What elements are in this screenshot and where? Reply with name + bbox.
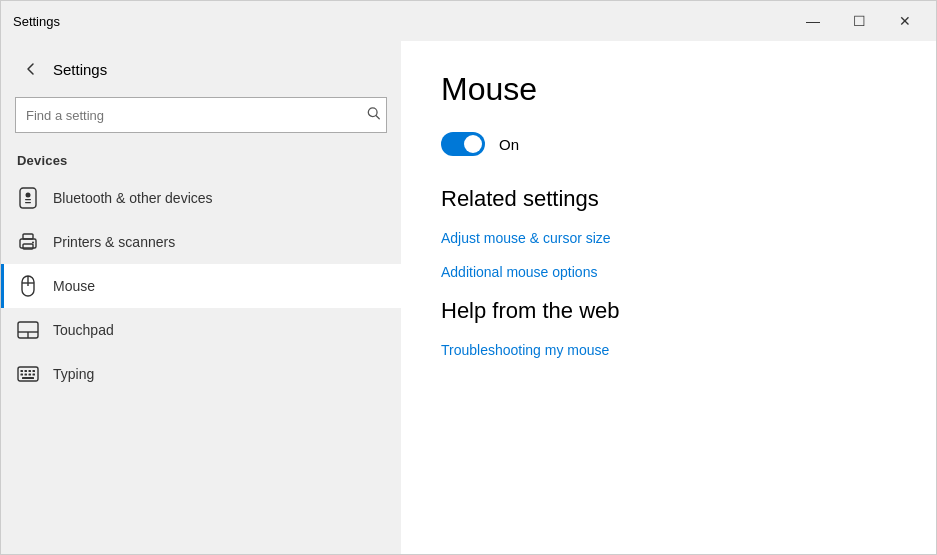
- printers-label: Printers & scanners: [53, 234, 175, 250]
- title-bar-left: Settings: [13, 14, 60, 29]
- related-settings-heading: Related settings: [441, 186, 896, 212]
- svg-point-3: [26, 193, 31, 198]
- svg-rect-2: [20, 188, 36, 208]
- page-title: Mouse: [441, 71, 896, 108]
- svg-rect-17: [25, 370, 28, 372]
- printer-icon: [17, 231, 39, 253]
- svg-rect-19: [33, 370, 36, 372]
- keyboard-icon: [17, 363, 39, 385]
- maximize-button[interactable]: ☐: [836, 5, 882, 37]
- svg-rect-16: [21, 370, 24, 372]
- minimize-button[interactable]: —: [790, 5, 836, 37]
- troubleshoot-link[interactable]: Troubleshooting my mouse: [441, 342, 896, 358]
- touchpad-icon: [17, 319, 39, 341]
- sidebar-item-mouse[interactable]: Mouse: [1, 264, 401, 308]
- svg-rect-4: [25, 199, 31, 200]
- svg-rect-18: [29, 370, 32, 372]
- sidebar: Settings Devices: [1, 41, 401, 554]
- app-title: Settings: [13, 14, 60, 29]
- svg-rect-21: [25, 374, 28, 376]
- sidebar-item-typing[interactable]: Typing: [1, 352, 401, 396]
- settings-window: Settings — ☐ ✕ Settings: [0, 0, 937, 555]
- main-area: Settings Devices: [1, 41, 936, 554]
- mouse-icon: [17, 275, 39, 297]
- sidebar-item-bluetooth[interactable]: Bluetooth & other devices: [1, 176, 401, 220]
- mouse-label: Mouse: [53, 278, 95, 294]
- toggle-knob: [464, 135, 482, 153]
- svg-rect-5: [25, 202, 31, 203]
- search-icon: [367, 107, 381, 121]
- sidebar-top: Settings: [1, 41, 401, 93]
- touchpad-label: Touchpad: [53, 322, 114, 338]
- svg-rect-20: [21, 374, 24, 376]
- svg-line-1: [376, 116, 379, 119]
- help-from-web-heading: Help from the web: [441, 298, 896, 324]
- close-button[interactable]: ✕: [882, 5, 928, 37]
- search-container: [15, 97, 387, 133]
- toggle-label: On: [499, 136, 519, 153]
- bluetooth-icon: [17, 187, 39, 209]
- svg-rect-23: [33, 374, 36, 376]
- svg-rect-24: [22, 377, 34, 379]
- mouse-toggle[interactable]: [441, 132, 485, 156]
- title-bar: Settings — ☐ ✕: [1, 1, 936, 41]
- search-button[interactable]: [367, 107, 381, 124]
- additional-options-link[interactable]: Additional mouse options: [441, 264, 896, 280]
- svg-point-9: [32, 242, 34, 244]
- section-label: Devices: [1, 145, 401, 176]
- svg-rect-7: [23, 234, 33, 239]
- adjust-cursor-link[interactable]: Adjust mouse & cursor size: [441, 230, 896, 246]
- search-input[interactable]: [15, 97, 387, 133]
- typing-label: Typing: [53, 366, 94, 382]
- title-bar-controls: — ☐ ✕: [790, 5, 928, 37]
- bluetooth-label: Bluetooth & other devices: [53, 190, 213, 206]
- content-area: Mouse On Related settings Adjust mouse &…: [401, 41, 936, 554]
- toggle-row: On: [441, 132, 896, 156]
- back-button[interactable]: [17, 55, 45, 83]
- back-icon: [23, 61, 39, 77]
- svg-rect-22: [29, 374, 32, 376]
- sidebar-title: Settings: [53, 61, 107, 78]
- sidebar-item-printers[interactable]: Printers & scanners: [1, 220, 401, 264]
- sidebar-item-touchpad[interactable]: Touchpad: [1, 308, 401, 352]
